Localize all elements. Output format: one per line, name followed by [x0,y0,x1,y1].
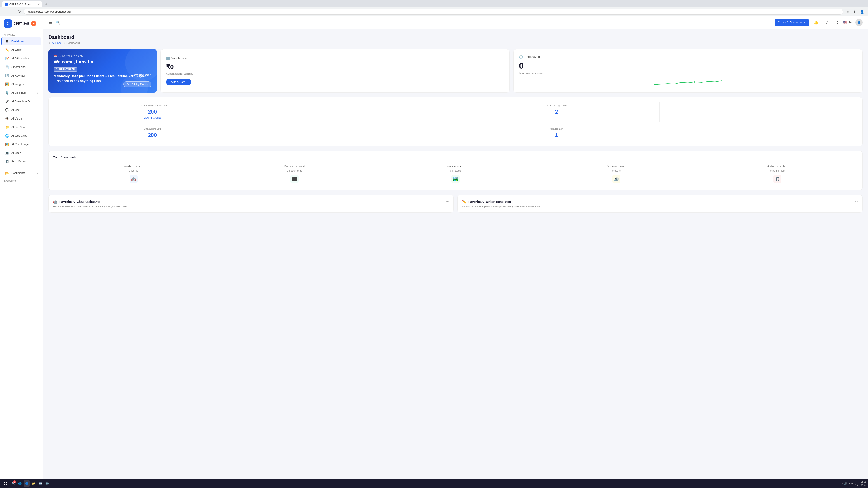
balance-label: ℹ️ Your balance [166,57,504,60]
sidebar-item-ai-speech-to-text[interactable]: 🎤 AI Speech to Text [1,97,41,105]
notifications-button[interactable]: 🔔 [813,19,820,26]
favorites-chat-subtitle: Have your favorite AI chat assistants ha… [53,205,449,208]
forward-button[interactable]: → [10,9,16,15]
address-bar: ← → ↻ ☆ ⬇ 👤 [0,7,868,16]
favorites-chat-card: 🤖 Favorite AI Chat Assistants ··· Have y… [49,195,454,213]
see-pricing-button[interactable]: See Pricing Plans › [123,81,152,87]
documents-icon: 📂 [5,171,9,175]
document-grid-icon: ⬛ [292,177,297,182]
sidebar-item-ai-file-chat[interactable]: 📁 AI File Chat [1,123,41,131]
theme-toggle-button[interactable]: ☽ [824,19,829,26]
sidebar-item-brand-voice[interactable]: 🎵 Brand Voice [1,158,41,166]
taskbar-tray-icons: ^ ♫ 🔊 [840,482,847,485]
ai-voiceover-icon: 🎙️ [5,91,9,95]
sidebar-item-ai-chat[interactable]: 💬 AI Chat [1,106,41,114]
taskbar-browser-app[interactable]: 🌐 [17,480,23,487]
reload-button[interactable]: ↻ [17,8,22,15]
favorites-writer-menu-button[interactable]: ··· [855,199,858,203]
language-label: En [848,21,852,24]
close-tab-button[interactable]: ✕ [38,3,40,6]
stat-gpt-words-label: GPT 3.5 Turbo Words Left [55,104,249,107]
back-button[interactable]: ← [3,9,8,15]
brand-voice-icon: 🎵 [5,160,9,164]
doc-stat-audio-value: 0 audio files [699,169,856,172]
sidebar-item-ai-chat-image[interactable]: 🖼️ AI Chat Image [1,140,41,149]
sidebar-item-ai-code[interactable]: 💻 AI Code [1,149,41,157]
create-ai-document-button[interactable]: Create AI Document ▲ [775,19,809,26]
logo-sub-icon: ★ [31,21,36,26]
sidebar-item-smart-editor[interactable]: 📄 Smart Editor [1,63,41,71]
ai-web-chat-icon: 🌐 [5,134,9,138]
sidebar-item-label-ai-voiceover: AI Voiceover [11,91,35,94]
breadcrumb-ai-panel[interactable]: AI Panel [52,41,62,45]
sidebar-item-dashboard[interactable]: ⊞ Dashboard [1,37,41,45]
taskbar-start-button[interactable] [2,480,9,487]
user-avatar[interactable]: 👤 [855,19,863,26]
taskbar-active-app[interactable]: 🔵 [24,480,30,487]
taskbar-mail-app[interactable]: ✉️ [37,480,43,487]
breadcrumb: ⊞ AI Panel » Dashboard [49,41,863,45]
download-button[interactable]: ⬇ [852,9,857,14]
clock-icon: 🕐 [519,55,523,59]
sidebar-item-ai-web-chat[interactable]: 🌐 AI Web Chat [1,132,41,140]
create-btn-label: Create AI Document [778,21,802,24]
sidebar-item-label-documents: Documents [11,171,35,175]
stat-characters: Characters Left 200 [53,125,252,141]
sidebar-item-ai-article-wizard[interactable]: 📝 AI Article Wizard [1,55,41,63]
bookmark-button[interactable]: ☆ [845,9,850,14]
url-input[interactable] [24,9,843,15]
doc-stat-voiceover-value: 0 tasks [538,169,694,172]
active-tab[interactable]: CPRT Soft AI Tools ✕ [2,1,42,7]
search-button[interactable]: 🔍 [56,20,60,25]
ai-article-wizard-icon: 📝 [5,57,9,61]
stat-images-label: DE/SD Images Left [460,104,653,107]
new-tab-button[interactable]: + [43,1,49,7]
ai-chat-image-icon: 🖼️ [5,142,9,147]
see-pricing-arrow: › [147,83,148,86]
time-saved-value: 0 [519,61,857,71]
welcome-card: 📅 Jul 03, 2024 15:03 PM Welcome, Lans La… [49,49,157,93]
doc-stat-words-value: 0 words [55,169,212,172]
favorites-chat-icon: 🤖 [53,199,58,204]
menu-toggle-button[interactable]: ☰ [49,20,52,25]
taskbar-files-app[interactable]: 📁 [30,480,37,487]
svg-point-2 [708,80,709,82]
sidebar-item-label-ai-file-chat: AI File Chat [11,126,38,129]
stats-row: GPT 3.5 Turbo Words Left 200 View All Cr… [49,97,863,146]
view-all-credits-link[interactable]: View All Credits [144,116,161,119]
sidebar-item-ai-rewriter[interactable]: 🔄 AI ReWriter [1,72,41,80]
profile-button[interactable]: 👤 [859,9,865,14]
fullscreen-button[interactable]: ⛶ [833,19,839,26]
doc-stat-voiceover-icon-container: 🔊 [538,175,694,183]
stat-characters-value: 200 [55,132,249,138]
tab-title: CPRT Soft AI Tools [9,3,36,6]
stat-images: DE/SD Images Left 2 [457,102,656,122]
favorites-chat-menu-button[interactable]: ··· [446,199,449,203]
sidebar-item-ai-vision[interactable]: 👁️ AI Vision [1,115,41,123]
doc-stat-audio-icon-container: 🎵 [699,175,856,183]
taskbar-search-app[interactable]: 🔍 1 [10,480,16,487]
balance-sub: Current referral earnings [166,72,504,75]
browser-chrome: CPRT Soft AI Tools ✕ + ← → ↻ ☆ ⬇ 👤 [0,0,868,16]
favorites-chat-header: 🤖 Favorite AI Chat Assistants ··· [53,199,449,204]
sidebar-item-ai-images[interactable]: 🖼️ AI Images [1,80,41,88]
taskbar-date: 2024-07-03 [855,484,866,487]
taskbar-settings-app[interactable]: ⚙️ [44,480,50,487]
ai-rewriter-icon: 🔄 [5,74,9,78]
sidebar-item-ai-voiceover[interactable]: 🎙️ AI Voiceover › [1,89,41,97]
ai-voiceover-chevron: › [37,92,38,94]
sidebar-item-ai-writer[interactable]: ✏️ AI Writer [1,46,41,54]
taskbar-tray: ^ ♫ 🔊 ENG 15:03 2024-07-03 [840,480,866,487]
doc-stat-words-icon-container: 🤖 [55,175,212,183]
image-landscape-icon: 🏞️ [453,177,458,182]
doc-stat-images-icon-container: 🏞️ [377,175,534,183]
sidebar-item-documents[interactable]: 📂 Documents › [1,169,41,177]
see-pricing-label: See Pricing Plans [127,83,147,86]
doc-stat-voiceover: Voiceover Tasks 0 tasks 🔊 [536,162,697,186]
invite-earn-button[interactable]: Invite & Earn › [166,78,191,86]
language-selector[interactable]: 🇺🇸 En [843,20,852,25]
time-saved-card: 🕐 Time Saved 0 Total hours you saved [513,49,863,93]
sidebar-item-label-ai-chat: AI Chat [11,108,38,111]
doc-stat-voiceover-label: Voiceover Tasks [538,165,694,167]
breadcrumb-grid-icon: ⊞ [49,41,51,45]
